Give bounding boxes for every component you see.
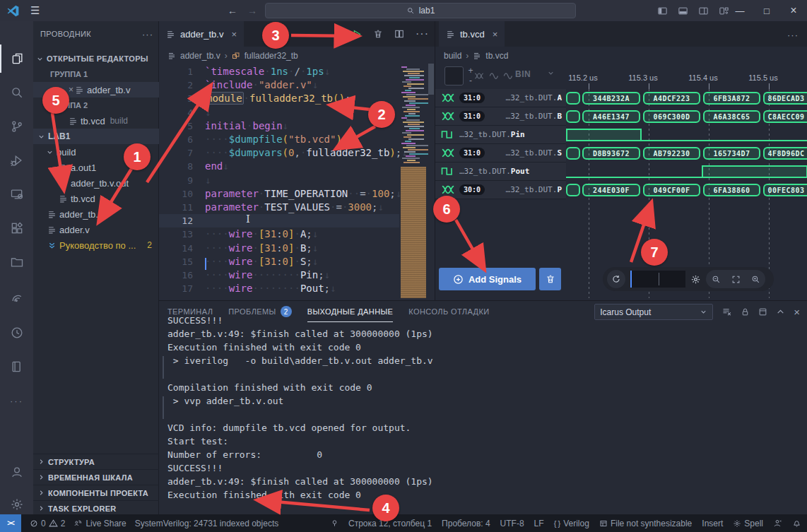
- toggle-panel-icon[interactable]: [678, 6, 688, 16]
- code-editor[interactable]: 1`timescale·1ns·/·1ps↓2`include·"adder.v…: [159, 65, 399, 300]
- activity-bar-item-folder[interactable]: [0, 248, 33, 276]
- sidebar-section-структура[interactable]: СТРУКТУРА: [33, 454, 159, 469]
- run-button[interactable]: [351, 29, 362, 40]
- remove-signals-button[interactable]: [539, 268, 561, 290]
- close-tab-icon[interactable]: ×: [231, 29, 237, 40]
- chevron-right-icon: [37, 458, 45, 466]
- account-icon: [10, 465, 24, 479]
- terminal-output[interactable]: SUCCESS!!! adder_tb.v:49: $finish called…: [167, 314, 789, 515]
- minimize-button[interactable]: —: [726, 0, 753, 21]
- toggle-sidebar-icon[interactable]: [657, 6, 668, 16]
- zoom-out-icon[interactable]: [712, 275, 721, 284]
- eol-status[interactable]: LF: [534, 519, 544, 528]
- activity-bar-item-run-debug[interactable]: [0, 146, 33, 175]
- toggle-secondary-sidebar-icon[interactable]: [698, 6, 709, 16]
- analog-wave-icon[interactable]: [489, 72, 500, 80]
- activity-bar-item-extensions[interactable]: [0, 214, 33, 242]
- tab-tb-vcd[interactable]: tb.vcd ×: [439, 21, 505, 47]
- editor-more-icon[interactable]: ···: [416, 28, 429, 40]
- open-editors-header[interactable]: ОТКРЫТЫЕ РЕДАКТОРЫ: [33, 51, 159, 66]
- activity-bar-item-remote[interactable]: [0, 180, 33, 208]
- tree-item-adder.v[interactable]: adder.v: [33, 222, 159, 237]
- minimap[interactable]: [399, 64, 430, 300]
- gear-icon[interactable]: [690, 274, 701, 285]
- minimap-slider[interactable]: [428, 64, 434, 95]
- activity-bar-item-source-control[interactable]: [0, 112, 33, 141]
- close-window-button[interactable]: ×: [780, 0, 807, 21]
- tree-section--1[interactable]: ГРУППА 1: [33, 66, 159, 82]
- feedback-status[interactable]: [773, 519, 782, 528]
- activity-bar-item-more[interactable]: ···: [0, 386, 33, 415]
- indentation-status[interactable]: Пробелов: 4: [442, 519, 490, 528]
- activity-bar-item-antenna[interactable]: [0, 283, 33, 312]
- line-number: 17: [159, 282, 193, 295]
- line-number: 8: [159, 160, 193, 173]
- time-input[interactable]: [630, 271, 685, 288]
- signal-row-a[interactable]: 31:0…32_tb.DUT.A: [435, 89, 566, 107]
- activity-bar-item-clock[interactable]: [0, 319, 33, 347]
- tree-item-tb.vcd[interactable]: tb.vcd: [33, 191, 159, 206]
- tree-item-adder_tb.v.out[interactable]: adder_tb.v.out: [33, 175, 159, 191]
- wave-nav-toolbar: [603, 267, 774, 291]
- breadcrumb[interactable]: build › tb.vcd: [444, 47, 508, 65]
- radix-select[interactable]: BIN: [515, 69, 531, 79]
- trash-icon[interactable]: [373, 29, 383, 39]
- code-text: `include·"adder.v"↓: [205, 78, 318, 92]
- maximize-button[interactable]: □: [753, 0, 780, 21]
- language-mode[interactable]: { } Verilog: [554, 519, 589, 528]
- sidebar-section-task-explorer[interactable]: TASK EXPLORER: [33, 500, 159, 516]
- close-panel-icon[interactable]: ×: [794, 306, 800, 318]
- zoom-in-icon[interactable]: [751, 275, 760, 284]
- bus-value-cell: AB792230: [643, 147, 700, 160]
- wave-color-swatch[interactable]: [444, 66, 464, 85]
- sidebar-section-компоненты-проекта[interactable]: КОМПОНЕНТЫ ПРОЕКТА: [33, 485, 159, 500]
- file-icon: [47, 225, 57, 235]
- add-signals-button[interactable]: Add Signals: [439, 268, 536, 290]
- activity-bar-item-explorer[interactable]: [0, 45, 33, 73]
- command-search-box[interactable]: lab1: [265, 3, 576, 18]
- signal-row-b[interactable]: 31:0…32_tb.DUT.B: [435, 107, 566, 126]
- notifications-status[interactable]: [792, 519, 801, 528]
- search-icon: [10, 85, 24, 100]
- bit-wave-high: [566, 129, 642, 141]
- tab-adder-tb[interactable]: adder_tb.v ×: [159, 21, 244, 47]
- analog-wave2-icon[interactable]: [503, 72, 514, 80]
- close-editor-icon[interactable]: ×: [69, 85, 73, 95]
- activity-bar-item-search[interactable]: [0, 78, 33, 107]
- sidebar-section-временная-шкала[interactable]: ВРЕМЕННАЯ ШКАЛА: [33, 469, 159, 485]
- refresh-button[interactable]: [607, 270, 625, 288]
- split-editor-icon[interactable]: [394, 29, 404, 39]
- tree-section-lab1[interactable]: LAB1: [33, 129, 159, 144]
- signal-row-pout[interactable]: …32_tb.DUT.Pout: [435, 162, 566, 181]
- nav-back-icon[interactable]: ←: [228, 5, 237, 16]
- encoding-status[interactable]: UTF-8: [500, 519, 524, 528]
- menu-hamburger-icon[interactable]: ☰: [30, 4, 40, 17]
- close-tab-icon[interactable]: ×: [493, 29, 498, 40]
- bus-value-cell: 6FA38860: [703, 184, 760, 196]
- bit-signal-icon: [441, 167, 454, 176]
- wave-row-pout: [566, 162, 807, 181]
- bus-value-cell: 4F8D96DC: [763, 147, 807, 160]
- editor-more-icon[interactable]: ···: [787, 30, 799, 40]
- nav-forward-icon[interactable]: →: [247, 5, 257, 16]
- bus-format-icon[interactable]: [474, 72, 484, 80]
- signal-row-pin[interactable]: …32_tb.DUT.Pin: [435, 126, 566, 144]
- insert-mode[interactable]: Insert: [702, 519, 723, 528]
- tree-item-adder_tb.v[interactable]: adder_tb.v: [33, 206, 159, 222]
- sidebar-more-icon[interactable]: ···: [142, 29, 153, 40]
- spell-checker-status[interactable]: Spell: [733, 519, 763, 528]
- tree-item--...[interactable]: Руководство по ...2: [33, 237, 159, 253]
- breadcrumb[interactable]: adder_tb.v › fulladder32_tb: [167, 47, 298, 65]
- activity-bar-item-account[interactable]: [0, 458, 33, 486]
- activity-bar-item-notebook[interactable]: [0, 353, 33, 381]
- remote-indicator[interactable]: ><: [0, 514, 21, 532]
- synthesizable-status[interactable]: File not synthesizable: [599, 519, 692, 528]
- signal-row-p[interactable]: 30:0…32_tb.DUT.P: [435, 181, 566, 199]
- signal-row-s[interactable]: 31:0…32_tb.DUT.S: [435, 144, 566, 162]
- live-share-status[interactable]: Live Share: [73, 519, 126, 528]
- zoom-fit-icon[interactable]: [731, 275, 741, 284]
- indexer-status[interactable]: SystemVerilog: 24731 indexed objects: [135, 519, 278, 528]
- problems-status[interactable]: 0 2: [30, 519, 65, 528]
- port-status[interactable]: [331, 519, 338, 528]
- tree-item-tb.vcd[interactable]: tb.vcdbuild: [33, 113, 159, 129]
